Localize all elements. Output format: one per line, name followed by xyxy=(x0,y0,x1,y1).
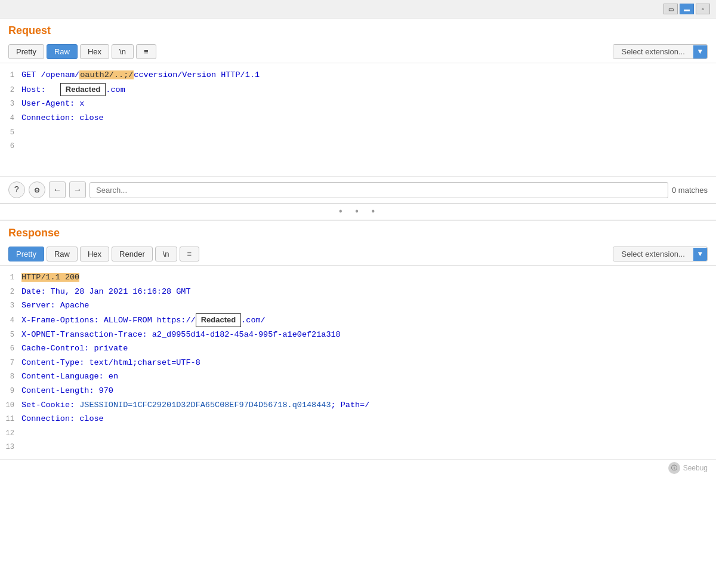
matches-count: 0 matches xyxy=(672,186,708,195)
select-extension-request[interactable]: Select extension... ▼ xyxy=(613,44,708,59)
tab-pretty-request[interactable]: Pretty xyxy=(8,44,44,59)
request-line-3: 3 User-Agent: x xyxy=(0,97,716,111)
request-title: Request xyxy=(0,19,716,41)
response-section: Response Pretty Raw Hex Render \n ≡ Sele… xyxy=(0,220,716,479)
request-line-4: 4 Connection: close xyxy=(0,111,716,125)
maximize-button[interactable]: ▬ xyxy=(680,4,694,14)
response-line-10: 10 Set-Cookie: JSESSIONID=1CFC29201D32DF… xyxy=(0,398,716,412)
request-line-6: 6 xyxy=(0,139,716,153)
response-line-1: 1 HTTP/1.1 200 xyxy=(0,270,716,285)
tab-menu-response[interactable]: ≡ xyxy=(180,247,200,261)
request-line-1: 1 GET /openam/oauth2/..;/ccversion/Versi… xyxy=(0,68,716,82)
redacted-xframe: Redacted xyxy=(196,313,242,327)
response-toolbar: Pretty Raw Hex Render \n ≡ Select extens… xyxy=(0,243,716,266)
search-bar: ? ⚙ ← → 0 matches xyxy=(0,177,716,204)
request-code-area: 1 GET /openam/oauth2/..;/ccversion/Versi… xyxy=(0,63,716,177)
close-button[interactable]: ▫ xyxy=(696,4,710,14)
response-line-2: 2 Date: Thu, 28 Jan 2021 16:16:28 GMT xyxy=(0,285,716,299)
request-section: Request Pretty Raw Hex \n ≡ Select exten… xyxy=(0,19,716,220)
tab-menu-request[interactable]: ≡ xyxy=(136,44,156,59)
response-line-6: 6 Cache-Control: private xyxy=(0,341,716,356)
select-extension-label-request: Select extension... xyxy=(613,45,693,59)
response-line-9: 9 Content-Length: 970 xyxy=(0,384,716,398)
next-match-button[interactable]: → xyxy=(69,181,86,198)
redacted-host: Redacted xyxy=(60,83,106,97)
request-line-2: 2 Host: Redacted.com xyxy=(0,82,716,97)
settings-button[interactable]: ⚙ xyxy=(29,181,45,198)
prev-match-button[interactable]: ← xyxy=(49,181,66,198)
seebug-label: Seebug xyxy=(683,464,708,472)
select-extension-label-response: Select extension... xyxy=(613,247,693,261)
response-line-7: 7 Content-Type: text/html;charset=UTF-8 xyxy=(0,356,716,370)
tab-newline-response[interactable]: \n xyxy=(155,247,177,261)
tab-raw-request[interactable]: Raw xyxy=(47,44,78,59)
select-extension-response[interactable]: Select extension... ▼ xyxy=(613,247,708,261)
select-extension-arrow-response[interactable]: ▼ xyxy=(693,248,707,261)
tab-raw-response[interactable]: Raw xyxy=(47,247,78,261)
tab-render-response[interactable]: Render xyxy=(112,247,153,261)
response-line-13: 13 xyxy=(0,440,716,454)
response-line-11: 11 Connection: close xyxy=(0,412,716,426)
response-line-4: 4 X-Frame-Options: ALLOW-FROM https://Re… xyxy=(0,313,716,328)
response-title: Response xyxy=(0,221,716,243)
tile-button[interactable]: ▭ xyxy=(663,4,678,14)
seebug-icon: ⓘ xyxy=(668,462,680,474)
tab-newline-request[interactable]: \n xyxy=(112,44,134,59)
request-toolbar: Pretty Raw Hex \n ≡ Select extension... … xyxy=(0,41,716,63)
search-input[interactable] xyxy=(90,182,668,198)
response-code-area: 1 HTTP/1.1 200 2 Date: Thu, 28 Jan 2021 … xyxy=(0,266,716,460)
select-extension-arrow-request[interactable]: ▼ xyxy=(693,45,707,59)
seebug-watermark: ⓘ Seebug xyxy=(0,460,716,479)
response-line-12: 12 xyxy=(0,426,716,441)
response-line-3: 3 Server: Apache xyxy=(0,298,716,313)
top-bar: ▭ ▬ ▫ xyxy=(0,0,716,19)
divider-dots: • • • xyxy=(0,204,716,220)
tab-hex-request[interactable]: Hex xyxy=(80,44,109,59)
response-line-5: 5 X-OPNET-Transaction-Trace: a2_d9955d14… xyxy=(0,328,716,342)
tab-hex-response[interactable]: Hex xyxy=(80,247,109,261)
help-button[interactable]: ? xyxy=(8,181,25,198)
response-line-8: 8 Content-Language: en xyxy=(0,370,716,384)
tab-pretty-response[interactable]: Pretty xyxy=(8,247,44,261)
request-line-5: 5 xyxy=(0,125,716,140)
